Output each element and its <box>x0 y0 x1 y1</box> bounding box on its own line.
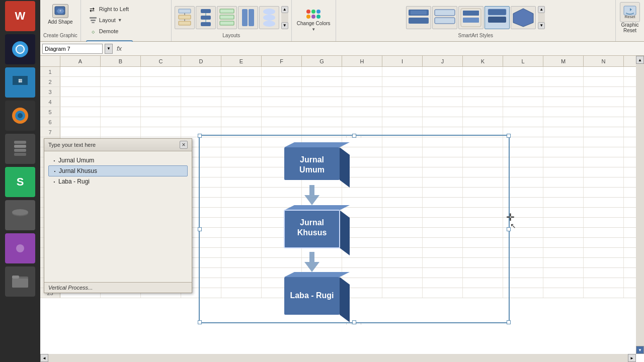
cell-r14-c12[interactable] <box>543 198 584 207</box>
sidebar-icon-monitor[interactable]: ▦ <box>5 67 35 98</box>
cell-d3[interactable] <box>181 87 221 97</box>
cell-m4[interactable] <box>543 97 584 107</box>
cell-r17-c10[interactable] <box>463 228 503 237</box>
cell-k2[interactable] <box>463 77 503 86</box>
col-header-j[interactable]: J <box>423 56 463 66</box>
cell-r23-c9[interactable] <box>423 288 463 298</box>
cell-r20-c12[interactable] <box>543 258 584 267</box>
cell-r6-c12[interactable] <box>543 117 584 127</box>
diagram-box-1[interactable]: Jurnal Umum <box>284 142 350 188</box>
cell-r15-c11[interactable] <box>503 208 543 217</box>
text-pane-item-2[interactable]: • Jurnal Khusus <box>48 165 188 176</box>
cell-r7-c6[interactable] <box>302 127 342 137</box>
cell-c5[interactable] <box>141 107 181 117</box>
cell-r19-c4[interactable] <box>221 248 262 257</box>
cell-r7-c12[interactable] <box>543 127 584 137</box>
layout-scroll-up[interactable]: ▲ <box>281 6 288 13</box>
row-num-4[interactable]: 4 <box>40 97 60 107</box>
cell-r22-c12[interactable] <box>543 278 584 288</box>
cell-m3[interactable] <box>543 87 584 97</box>
sidebar-icon-purple[interactable] <box>5 233 35 263</box>
scroll-left-button[interactable]: ◄ <box>40 354 48 362</box>
cell-r14-c11[interactable] <box>503 198 543 207</box>
cell-r10-c8[interactable] <box>382 157 423 167</box>
cell-r13-c11[interactable] <box>503 188 543 197</box>
cell-r21-c8[interactable] <box>382 268 423 278</box>
smartart-diagram[interactable]: Jurnal Umum Jurnal Khusus Laba - Rugi <box>257 142 357 328</box>
cell-e1[interactable] <box>221 67 262 76</box>
cell-k4[interactable] <box>463 97 503 107</box>
cell-r14-c13[interactable] <box>584 198 624 207</box>
cell-r11-c9[interactable] <box>423 167 463 177</box>
sidebar-icon-red-app[interactable]: W <box>5 1 35 31</box>
cell-r16-c10[interactable] <box>463 218 503 227</box>
cell-r19-c12[interactable] <box>543 248 584 257</box>
row-num-3[interactable]: 3 <box>40 87 60 97</box>
cell-r9-c13[interactable] <box>584 147 624 157</box>
col-header-h[interactable]: H <box>342 56 382 66</box>
cell-r13-c9[interactable] <box>423 188 463 197</box>
cell-r18-c9[interactable] <box>423 238 463 247</box>
cell-r15-c10[interactable] <box>463 208 503 217</box>
cell-r7-c13[interactable] <box>584 127 624 137</box>
cell-f5[interactable] <box>262 107 302 117</box>
cell-b4[interactable] <box>101 97 141 107</box>
cell-i4[interactable] <box>382 97 423 107</box>
col-header-m[interactable]: M <box>543 56 584 66</box>
layout-button[interactable]: Layout ▼ <box>86 15 132 25</box>
cell-f2[interactable] <box>262 77 302 86</box>
cell-l2[interactable] <box>503 77 543 86</box>
col-header-c[interactable]: C <box>141 56 181 66</box>
diagram-box-3[interactable]: Laba - Rugi <box>284 272 350 322</box>
cell-r7-c3[interactable] <box>181 127 221 137</box>
name-box[interactable]: Diagram 7 <box>42 44 103 54</box>
cell-r6-c6[interactable] <box>302 117 342 127</box>
cell-r17-c4[interactable] <box>221 228 262 237</box>
cell-r11-c13[interactable] <box>584 167 624 177</box>
cell-r15-c12[interactable] <box>543 208 584 217</box>
cell-r6-c13[interactable] <box>584 117 624 127</box>
cell-r10-c13[interactable] <box>584 157 624 167</box>
cell-r6-c3[interactable] <box>181 117 221 127</box>
col-header-a[interactable]: A <box>60 56 101 66</box>
cell-r9-c9[interactable] <box>423 147 463 157</box>
cell-g3[interactable] <box>302 87 342 97</box>
cell-n3[interactable] <box>584 87 624 97</box>
name-box-dropdown[interactable]: ▼ <box>105 44 113 54</box>
cell-r12-c9[interactable] <box>423 177 463 187</box>
col-header-f[interactable]: F <box>262 56 302 66</box>
cell-r20-c13[interactable] <box>584 258 624 267</box>
row-num-6[interactable]: 6 <box>40 117 60 127</box>
cell-r17-c13[interactable] <box>584 228 624 237</box>
cell-r6-c5[interactable] <box>262 117 302 127</box>
cell-h3[interactable] <box>342 87 382 97</box>
cell-r16-c13[interactable] <box>584 218 624 227</box>
cell-r22-c13[interactable] <box>584 278 624 288</box>
cell-f4[interactable] <box>262 97 302 107</box>
demote-button[interactable]: ⬦ Demote <box>86 26 132 36</box>
cell-r11-c8[interactable] <box>382 167 423 177</box>
text-pane-item-1[interactable]: • Jurnal Umum <box>48 155 188 165</box>
cell-i5[interactable] <box>382 107 423 117</box>
cell-r22-c11[interactable] <box>503 278 543 288</box>
formula-input[interactable] <box>126 44 642 54</box>
cell-h1[interactable] <box>342 67 382 76</box>
cell-r15-c4[interactable] <box>221 208 262 217</box>
cell-r13-c8[interactable] <box>382 188 423 197</box>
cell-r13-c12[interactable] <box>543 188 584 197</box>
text-pane-item-3[interactable]: • Laba - Rugi <box>48 176 188 187</box>
cell-r18-c4[interactable] <box>221 238 262 247</box>
cell-d5[interactable] <box>181 107 221 117</box>
cell-g4[interactable] <box>302 97 342 107</box>
cell-r22-c10[interactable] <box>463 278 503 288</box>
cell-r8-c4[interactable] <box>221 137 262 147</box>
cell-r6-c9[interactable] <box>423 117 463 127</box>
cell-r18-c13[interactable] <box>584 238 624 247</box>
col-header-l[interactable]: L <box>503 56 543 66</box>
cell-r16-c12[interactable] <box>543 218 584 227</box>
right-to-left-button[interactable]: ⇄ Right to Left <box>86 4 132 14</box>
sidebar-icon-firefox[interactable] <box>5 101 35 131</box>
cell-r17-c8[interactable] <box>382 228 423 237</box>
cell-r19-c11[interactable] <box>503 248 543 257</box>
cell-r13-c10[interactable] <box>463 188 503 197</box>
